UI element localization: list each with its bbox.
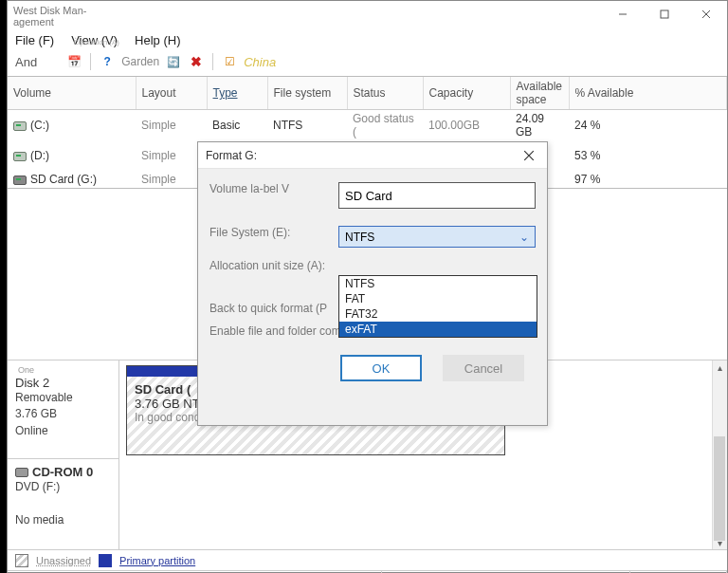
scroll-down-icon[interactable]: ▾ bbox=[713, 536, 727, 549]
fs-option-fat32[interactable]: FAT32 bbox=[339, 306, 537, 322]
drive-icon bbox=[13, 152, 27, 161]
cdrom-icon bbox=[15, 468, 28, 477]
delete-icon[interactable]: ✖ bbox=[188, 53, 205, 70]
allocation-label: Allocation unit size (A): bbox=[209, 259, 338, 273]
toolbar-china[interactable]: China bbox=[244, 55, 276, 69]
maximize-button[interactable] bbox=[644, 1, 685, 28]
dialog-title: Format G: bbox=[206, 149, 257, 162]
ok-button[interactable]: OK bbox=[340, 355, 422, 381]
filesystem-select[interactable]: NTFS ⌄ bbox=[338, 226, 536, 248]
refresh-icon[interactable]: 🔄 bbox=[165, 53, 182, 70]
cdrom-state: No media bbox=[15, 512, 111, 528]
toolbar-and[interactable]: And bbox=[15, 55, 37, 69]
ghost-label: Operation (A) bbox=[74, 38, 119, 46]
volume-label-input[interactable] bbox=[338, 182, 536, 209]
scroll-thumb[interactable] bbox=[714, 436, 725, 541]
cancel-button[interactable]: Cancel bbox=[443, 355, 524, 381]
calendar-icon[interactable]: 📅 bbox=[65, 53, 82, 70]
app-title: West Disk Man-agement bbox=[13, 1, 99, 28]
filesystem-label: File System (E): bbox=[209, 226, 338, 240]
volume-row[interactable]: (C:) Simple Basic NTFS Good status ( 100… bbox=[8, 110, 727, 141]
volume-label-label: Volume la-bel V bbox=[209, 182, 338, 196]
scrollbar[interactable]: ▴ ▾ bbox=[712, 360, 727, 549]
legend-unassigned: Unassigned bbox=[36, 555, 91, 566]
disk2-size: 3.76 GB bbox=[15, 406, 111, 422]
col-percent[interactable]: % Available bbox=[569, 77, 727, 110]
check-icon[interactable]: ☑ bbox=[221, 53, 238, 70]
cdrom-drive: DVD (F:) bbox=[15, 479, 111, 495]
disk2-state: Online bbox=[15, 423, 111, 439]
dialog-close-button[interactable] bbox=[517, 146, 541, 165]
format-dialog: Format G: Volume la-bel V File System (E… bbox=[197, 141, 548, 426]
minimize-button[interactable] bbox=[602, 1, 644, 28]
col-available[interactable]: Available space bbox=[510, 77, 569, 110]
fs-option-fat[interactable]: FAT bbox=[339, 291, 537, 306]
col-volume[interactable]: Volume bbox=[8, 77, 136, 110]
fs-option-ntfs[interactable]: NTFS bbox=[339, 276, 537, 291]
legend-primary-swatch bbox=[99, 554, 112, 567]
chevron-down-icon: ⌄ bbox=[519, 231, 529, 244]
col-fs[interactable]: File system bbox=[267, 77, 347, 110]
disk2-title: Disk 2 bbox=[15, 376, 111, 390]
menu-file[interactable]: File (F) bbox=[15, 33, 54, 47]
col-status[interactable]: Status bbox=[347, 77, 423, 110]
close-button[interactable] bbox=[685, 1, 727, 28]
svg-rect-0 bbox=[661, 10, 668, 18]
cdrom-title: CD-ROM 0 bbox=[32, 465, 93, 479]
filesystem-dropdown[interactable]: NTFS FAT FAT32 exFAT bbox=[338, 275, 537, 338]
filesystem-value: NTFS bbox=[345, 231, 374, 244]
toolbar-garden[interactable]: Garden bbox=[121, 55, 159, 68]
disk2-type: Removable bbox=[15, 390, 111, 406]
help-icon[interactable]: ? bbox=[99, 53, 116, 70]
drive-icon bbox=[13, 121, 27, 131]
col-capacity[interactable]: Capacity bbox=[423, 77, 510, 110]
legend-primary: Primary partition bbox=[119, 555, 195, 566]
legend-unassigned-swatch bbox=[15, 554, 28, 567]
scroll-up-icon[interactable]: ▴ bbox=[713, 360, 727, 374]
fs-option-exfat[interactable]: exFAT bbox=[339, 322, 537, 337]
sdcard-icon bbox=[13, 176, 27, 185]
menu-help[interactable]: Help (H) bbox=[135, 33, 180, 47]
disk-one-label: One bbox=[18, 365, 34, 375]
col-type[interactable]: Type bbox=[207, 77, 267, 110]
col-layout[interactable]: Layout bbox=[136, 77, 207, 110]
